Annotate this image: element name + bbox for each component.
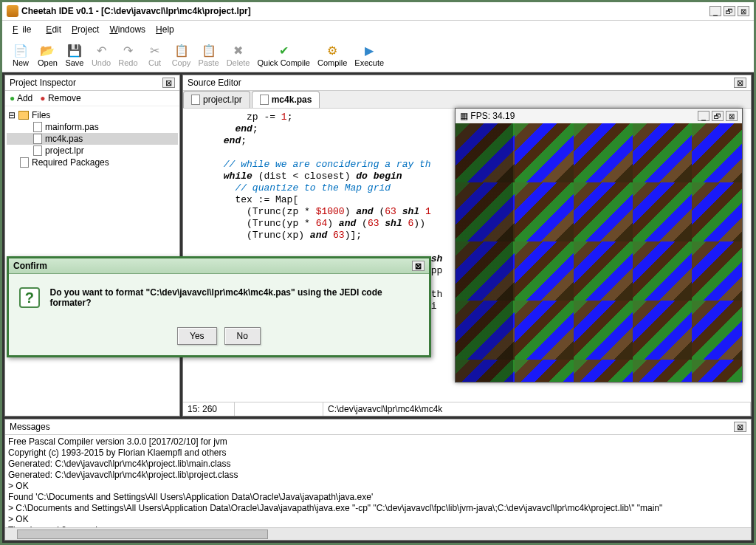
message-line: > OK [8, 514, 748, 525]
project-tree: ⊟ Files mainform.pas mc4k.pas project.lp… [5, 106, 179, 171]
redo-button[interactable]: ↷Redo [115, 41, 140, 69]
maximize-icon[interactable]: 🗗 [712, 111, 724, 121]
new-icon: 📄 [13, 43, 28, 58]
folder-icon [18, 111, 29, 120]
add-button[interactable]: Add [10, 93, 32, 103]
menubar: File Edit Project Windows Help [2, 21, 754, 38]
horizontal-scrollbar[interactable] [5, 527, 751, 540]
messages-panel: Messages⊠ Free Pascal Compiler version 3… [4, 419, 752, 541]
tree-folder-files[interactable]: ⊟ Files [7, 109, 178, 121]
dialog-title: Confirm [13, 261, 47, 271]
close-icon[interactable]: ⊠ [726, 111, 738, 121]
save-button[interactable]: 💾Save [62, 41, 87, 69]
remove-button[interactable]: Remove [40, 93, 80, 103]
panel-close-icon[interactable]: ⊠ [162, 78, 175, 88]
message-line: Copyright (c) 1993-2015 by Florian Klaem… [8, 448, 748, 459]
play-icon: ▶ [362, 43, 377, 58]
message-line: Generated: C:\dev\javavcl\lpr\mc4k\proje… [8, 470, 748, 481]
save-icon: 💾 [67, 43, 82, 58]
paste-icon: 📋 [202, 43, 216, 58]
no-button[interactable]: No [224, 327, 261, 345]
tab-project-lpr[interactable]: project.lpr [183, 91, 250, 108]
app-icon [7, 5, 18, 17]
compile-icon: ⚙ [325, 43, 340, 58]
file-path: C:\dev\javavcl\lpr\mc4k\mc4k [323, 402, 751, 416]
panel-close-icon[interactable]: ⊠ [734, 422, 746, 432]
tab-mc4k-pas[interactable]: mc4k.pas [252, 91, 320, 108]
editor-statusbar: 15: 260 C:\dev\javavcl\lpr\mc4k\mc4k [183, 402, 751, 416]
open-button[interactable]: 📂Open [35, 41, 61, 69]
inspector-title: Project Inspector [10, 78, 76, 88]
cut-icon: ✂ [148, 43, 162, 58]
game-window[interactable]: ▦ FPS: 34.19 ‗ 🗗 ⊠ [455, 108, 743, 383]
message-line: Found 'C:\Documents and Settings\All Use… [8, 492, 748, 503]
copy-icon: 📋 [174, 43, 189, 58]
menu-edit[interactable]: Edit [41, 23, 66, 36]
undo-button[interactable]: ↶Undo [89, 41, 114, 69]
panel-close-icon[interactable]: ⊠ [734, 78, 746, 88]
dialog-message: Do you want to format "C:\dev\javavcl\lp… [50, 287, 419, 308]
question-icon: ? [19, 287, 40, 308]
menu-file[interactable]: File [8, 23, 40, 36]
file-icon [33, 134, 42, 144]
minimize-icon[interactable]: ‗ [709, 6, 721, 16]
undo-icon: ↶ [94, 43, 109, 58]
menu-project[interactable]: Project [67, 23, 103, 36]
window-icon: ▦ [460, 111, 468, 121]
fps-label: FPS: 34.19 [470, 111, 515, 121]
message-line: > OK [8, 481, 748, 492]
paste-button[interactable]: 📋Paste [196, 41, 222, 69]
tree-file[interactable]: mainform.pas [7, 121, 178, 133]
project-inspector-panel: Project Inspector⊠ Add Remove ⊟ Files ma… [4, 75, 180, 417]
dialog-close-icon[interactable]: ⊠ [412, 261, 425, 271]
messages-title: Messages [10, 422, 50, 432]
tree-file[interactable]: mc4k.pas [7, 133, 178, 145]
minimize-icon[interactable]: ‗ [698, 111, 709, 121]
tree-required-packages[interactable]: Required Packages [7, 157, 178, 168]
app-title: Cheetah IDE v0.1 - [C:\dev\javavcl\lpr\m… [21, 6, 709, 16]
confirm-dialog: Confirm⊠ ? Do you want to format "C:\dev… [7, 256, 431, 357]
message-line: > C:\Documents and Settings\All Users\Ap… [8, 503, 748, 514]
messages-output[interactable]: Free Pascal Compiler version 3.0.0 [2017… [5, 435, 751, 527]
delete-icon: ✖ [231, 43, 246, 58]
copy-button[interactable]: 📋Copy [169, 41, 194, 69]
message-line: Free Pascal Compiler version 3.0.0 [2017… [8, 436, 748, 448]
file-icon [33, 145, 42, 156]
editor-title: Source Editor [188, 78, 241, 88]
close-icon[interactable]: ⊠ [738, 6, 749, 16]
compile-button[interactable]: ⚙Compile [315, 41, 350, 69]
maximize-icon[interactable]: 🗗 [724, 6, 735, 16]
cut-button[interactable]: ✂Cut [142, 41, 168, 69]
check-icon: ✔ [276, 43, 291, 58]
file-icon [191, 95, 200, 105]
toolbar: 📄New 📂Open 💾Save ↶Undo ↷Redo ✂Cut 📋Copy … [2, 38, 754, 72]
yes-button[interactable]: Yes [177, 327, 217, 345]
file-icon [260, 95, 269, 105]
tree-file[interactable]: project.lpr [7, 145, 178, 157]
open-icon: 📂 [40, 43, 55, 58]
new-button[interactable]: 📄New [8, 41, 33, 69]
delete-button[interactable]: ✖Delete [224, 41, 253, 69]
file-icon [33, 122, 42, 132]
file-icon [20, 157, 29, 168]
menu-windows[interactable]: Windows [105, 23, 150, 36]
execute-button[interactable]: ▶Execute [351, 41, 387, 69]
menu-help[interactable]: Help [151, 23, 179, 36]
game-viewport[interactable] [456, 123, 742, 382]
quickcompile-button[interactable]: ✔Quick Compile [254, 41, 313, 69]
redo-icon: ↷ [120, 43, 135, 58]
message-line: Generated: C:\dev\javavcl\lpr\mc4k\proje… [8, 459, 748, 470]
titlebar: Cheetah IDE v0.1 - [C:\dev\javavcl\lpr\m… [2, 2, 754, 21]
cursor-position: 15: 260 [183, 402, 235, 416]
